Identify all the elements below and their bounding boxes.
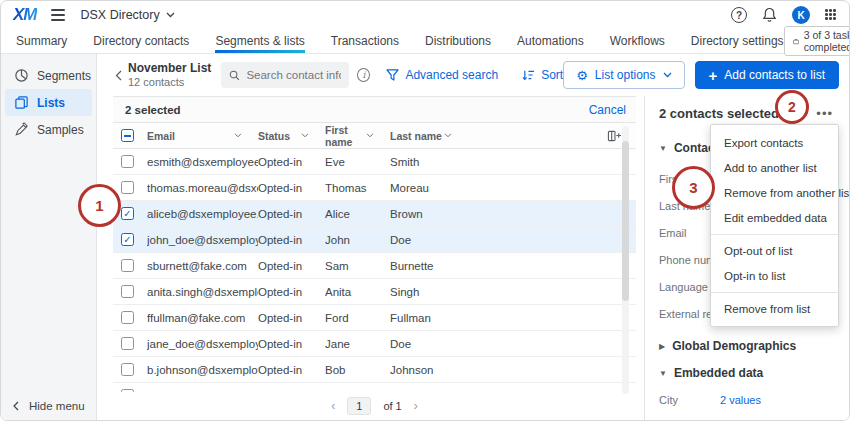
menu-item[interactable]: Opt-in to list: [711, 263, 838, 288]
menu-item[interactable]: Opt-out of list: [711, 234, 838, 263]
sidebar-item-samples[interactable]: Samples: [5, 116, 92, 143]
notifications-bell-icon[interactable]: [762, 7, 777, 23]
sidebar-item-lists[interactable]: Lists: [5, 89, 92, 116]
annotation-marker-3: 3: [672, 166, 715, 209]
cell-first-name: John: [325, 234, 390, 246]
user-avatar[interactable]: K: [792, 6, 810, 24]
list-title-block: November List 12 contacts: [128, 61, 211, 90]
row-checkbox[interactable]: [121, 285, 134, 298]
menu-item[interactable]: Export contacts: [711, 130, 838, 155]
table-row[interactable]: anita.singh@dsxemployee... Opted-in Anit…: [113, 279, 636, 305]
cancel-selection-button[interactable]: Cancel: [589, 103, 626, 117]
cell-last-name: Singh: [390, 286, 636, 298]
add-contacts-to-list-button[interactable]: + Add contacts to list: [695, 61, 839, 89]
list-options-button[interactable]: ⚙ List options: [563, 61, 684, 89]
tab[interactable]: Distributions: [425, 29, 491, 53]
menu-item[interactable]: Remove from another list: [711, 180, 838, 205]
table-row[interactable]: john_doe@dsxemployee.... Opted-in John D…: [113, 227, 636, 253]
table-scrollbar-thumb[interactable]: [622, 141, 629, 301]
column-header[interactable]: First name: [325, 124, 390, 148]
tab[interactable]: Directory settings: [691, 29, 784, 53]
tabs: SummaryDirectory contactsSegments & list…: [16, 29, 784, 53]
table-row[interactable]: b.johnson@dsxemployee.... Opted-in Bob J…: [113, 357, 636, 383]
advanced-search-button[interactable]: Advanced search: [386, 68, 498, 82]
section-embedded-data[interactable]: ▼ Embedded data: [659, 366, 835, 380]
table-row[interactable]: jane_doe@dsxemployee.... Opted-in Jane D…: [113, 331, 636, 357]
back-button[interactable]: [111, 66, 126, 85]
row-checkbox[interactable]: [121, 311, 134, 324]
cell-email: sburnett@fake.com: [147, 260, 258, 272]
table-row[interactable]: samburnette@fake.com Opted-in Samantha B…: [113, 383, 636, 392]
hide-menu-button[interactable]: Hide menu: [13, 400, 85, 412]
column-menu-chevron-icon[interactable]: [301, 133, 309, 138]
panel-more-actions-icon[interactable]: •••: [814, 107, 835, 120]
tasks-completed-badge[interactable]: 3 of 3 tasks completed: [784, 26, 850, 56]
cell-first-name: Ford: [325, 312, 390, 324]
table-row[interactable]: aliceb@dsxemployee.com Opted-in Alice Br…: [113, 201, 636, 227]
info-icon[interactable]: i: [357, 68, 370, 82]
briefcase-icon: [793, 36, 799, 47]
table-row[interactable]: thomas.moreau@dsxempl... Opted-in Thomas…: [113, 175, 636, 201]
chevron-down-icon: [166, 12, 175, 18]
cell-status: Opted-in: [258, 182, 325, 194]
page-count-label: of 1: [383, 400, 401, 412]
row-checkbox[interactable]: [121, 155, 134, 168]
cell-last-name: Smith: [390, 156, 636, 168]
row-checkbox[interactable]: [121, 337, 134, 350]
menu-item[interactable]: Remove from list: [711, 292, 838, 321]
row-checkbox[interactable]: [121, 259, 134, 272]
tab[interactable]: Directory contacts: [93, 29, 189, 53]
table-row[interactable]: esmith@dsxemployee.com Opted-in Eve Smit…: [113, 149, 636, 175]
tab[interactable]: Transactions: [331, 29, 399, 53]
embedded-field-value-link[interactable]: 2 values: [720, 394, 761, 406]
tab[interactable]: Workflows: [610, 29, 665, 53]
column-header[interactable]: Status: [258, 130, 325, 142]
chevron-left-icon: [13, 401, 19, 411]
tab[interactable]: Segments & lists: [215, 29, 304, 53]
cell-email: esmith@dsxemployee.com: [147, 156, 258, 168]
cell-last-name: Burnette: [390, 260, 636, 272]
current-page-input[interactable]: 1: [347, 397, 371, 415]
column-menu-chevron-icon[interactable]: [444, 133, 452, 138]
next-page-button[interactable]: ›: [414, 399, 418, 413]
cell-first-name: Anita: [325, 286, 390, 298]
row-checkbox[interactable]: [121, 181, 134, 194]
add-column-icon[interactable]: [607, 129, 622, 143]
app-window: XM DSX Directory ? K SummaryDirectory co…: [0, 0, 850, 421]
menu-item[interactable]: Add to another list: [711, 155, 838, 180]
sort-button[interactable]: Sort: [522, 68, 563, 82]
cell-first-name: Eve: [325, 156, 390, 168]
cell-last-name: Johnson: [390, 364, 636, 376]
sidebar-item-segments[interactable]: Segments: [5, 62, 92, 89]
tab[interactable]: Summary: [16, 29, 67, 53]
directory-switcher[interactable]: DSX Directory: [81, 8, 175, 22]
menu-item[interactable]: Edit embedded data: [711, 205, 838, 230]
help-icon[interactable]: ?: [731, 7, 747, 23]
column-menu-chevron-icon[interactable]: [234, 133, 242, 138]
table-row[interactable]: sburnett@fake.com Opted-in Sam Burnette: [113, 253, 636, 279]
column-header[interactable]: Email: [147, 130, 258, 142]
cell-last-name: Fullman: [390, 312, 636, 324]
triangle-right-icon: ▶: [659, 342, 665, 351]
tab[interactable]: Automations: [517, 29, 584, 53]
prev-page-button[interactable]: ‹: [331, 399, 335, 413]
search-input[interactable]: [246, 69, 341, 81]
hamburger-menu-icon[interactable]: [51, 9, 65, 21]
cell-last-name: Doe: [390, 234, 636, 246]
xm-logo: XM: [13, 5, 37, 25]
plus-icon: +: [709, 68, 718, 83]
app-switcher-waffle-icon[interactable]: [825, 9, 837, 21]
row-checkbox[interactable]: [121, 363, 134, 376]
section-global-demographics[interactable]: ▶ Global Demographics: [659, 339, 835, 353]
column-menu-chevron-icon[interactable]: [366, 133, 374, 138]
column-header[interactable]: Last name: [390, 130, 468, 142]
table-row[interactable]: ffullman@fake.com Opted-in Ford Fullman: [113, 305, 636, 331]
row-checkbox[interactable]: [121, 207, 134, 220]
select-all-checkbox[interactable]: [121, 129, 134, 142]
cell-email: ffullman@fake.com: [147, 312, 258, 324]
contact-count: 12 contacts: [128, 76, 211, 90]
gear-icon: ⚙: [576, 69, 588, 82]
samples-dropper-icon: [14, 122, 29, 137]
row-checkbox[interactable]: [121, 233, 134, 246]
cell-first-name: Jane: [325, 338, 390, 350]
